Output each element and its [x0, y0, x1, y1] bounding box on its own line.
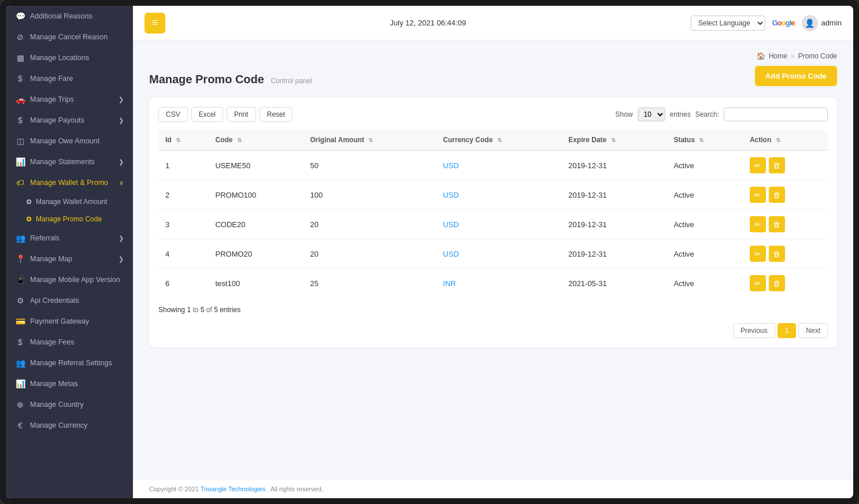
trips-icon: 🚗: [15, 95, 25, 104]
chevron-down-icon: ❯: [119, 117, 124, 124]
excel-button[interactable]: Excel: [191, 107, 223, 122]
metas-icon: 📊: [15, 379, 25, 388]
table-row: 3 CODE20 20 USD 2019-12-31 Active ✏ 🗑: [158, 210, 828, 239]
reset-button[interactable]: Reset: [260, 107, 292, 122]
sidebar-item-label: Manage Fees: [30, 338, 74, 346]
table-row: 2 PROMO100 100 USD 2019-12-31 Active ✏ 🗑: [158, 180, 828, 210]
entries-select[interactable]: 10 25 50: [638, 108, 665, 121]
datetime-display: July 12, 2021 06:44:09: [175, 18, 682, 27]
showing-text: Showing 1 to 5 of 5 entries: [158, 306, 828, 314]
cell-original-amount: 50: [303, 150, 436, 180]
cell-status: Active: [667, 210, 742, 239]
sidebar-item-manage-trips[interactable]: 🚗 Manage Trips ❯: [6, 89, 133, 110]
delete-button[interactable]: 🗑: [769, 187, 785, 203]
delete-button[interactable]: 🗑: [769, 157, 785, 173]
chevron-down-icon: ❯: [119, 96, 124, 103]
print-button[interactable]: Print: [227, 107, 256, 122]
delete-button[interactable]: 🗑: [769, 216, 785, 232]
mobile-icon: 📱: [15, 275, 25, 284]
breadcrumb-current: Promo Code: [798, 52, 837, 60]
sidebar-item-manage-statements[interactable]: 📊 Manage Statements ❯: [6, 151, 133, 172]
sidebar-item-label: Api Credentials: [30, 297, 79, 305]
sidebar-item-additional-reasons[interactable]: 💬 Additional Reasons: [6, 6, 133, 27]
sidebar-item-manage-map[interactable]: 📍 Manage Map ❯: [6, 249, 133, 269]
sidebar-sub-item-label: Manage Promo Code: [36, 215, 102, 223]
cancel-icon: ⊘: [15, 32, 25, 42]
toolbar-right: Show 10 25 50 entries Search:: [616, 108, 828, 121]
sidebar-item-manage-currency[interactable]: € Manage Currency: [6, 415, 133, 436]
cell-currency-code: USD: [436, 239, 561, 269]
edit-button[interactable]: ✏: [750, 216, 766, 232]
previous-button[interactable]: Previous: [733, 323, 775, 338]
owe-icon: ◫: [15, 136, 25, 146]
cell-action: ✏ 🗑: [743, 239, 828, 269]
search-input[interactable]: [724, 108, 828, 121]
table-row: 1 USEME50 50 USD 2019-12-31 Active ✏ 🗑: [158, 150, 828, 180]
cell-action: ✏ 🗑: [743, 150, 828, 180]
breadcrumb-home-link[interactable]: Home: [769, 52, 787, 60]
cell-id: 4: [158, 239, 208, 269]
edit-button[interactable]: ✏: [750, 246, 766, 262]
edit-button[interactable]: ✏: [750, 157, 766, 173]
app-container: 💬 Additional Reasons ⊘ Manage Cancel Rea…: [6, 6, 853, 498]
sidebar-item-manage-metas[interactable]: 📊 Manage Metas: [6, 373, 133, 394]
referral-settings-icon: 👥: [15, 358, 25, 368]
sidebar-item-manage-locations[interactable]: ▦ Manage Locations: [6, 47, 133, 68]
sidebar-item-label: Additional Reasons: [30, 12, 92, 20]
sidebar-item-label: Manage Fare: [30, 75, 73, 83]
page-title-group: Manage Promo Code Control panel: [149, 73, 312, 86]
cell-expire-date: 2021-05-31: [561, 269, 667, 298]
sidebar-item-label: Manage Locations: [30, 54, 89, 62]
sidebar-item-manage-referral-settings[interactable]: 👥 Manage Referral Settings: [6, 353, 133, 373]
menu-icon: ≡: [152, 17, 158, 29]
edit-button[interactable]: ✏: [750, 275, 766, 291]
sidebar-item-label: Payment Gateway: [30, 317, 89, 325]
sidebar-item-manage-fare[interactable]: $ Manage Fare: [6, 68, 133, 89]
sidebar-item-manage-payouts[interactable]: $ Manage Payouts ❯: [6, 110, 133, 131]
sidebar-item-manage-fees[interactable]: $ Manage Fees: [6, 332, 133, 353]
cell-original-amount: 25: [303, 269, 436, 298]
table-row: 4 PROMO20 20 USD 2019-12-31 Active ✏ 🗑: [158, 239, 828, 269]
sidebar-item-manage-wallet-promo[interactable]: 🏷 Manage Wallet & Promo ∨: [6, 172, 133, 193]
sidebar-sub-item-manage-promo-code[interactable]: Manage Promo Code: [6, 210, 133, 228]
map-icon: 📍: [15, 254, 25, 264]
sidebar-item-payment-gateway[interactable]: 💳 Payment Gateway: [6, 311, 133, 332]
sidebar-item-manage-cancel-reason[interactable]: ⊘ Manage Cancel Reason: [6, 27, 133, 47]
chat-icon: 💬: [15, 12, 25, 21]
cell-expire-date: 2019-12-31: [561, 239, 667, 269]
sidebar-item-api-credentials[interactable]: ⚙ Api Credentials: [6, 290, 133, 311]
cell-status: Active: [667, 269, 742, 298]
page-header: Manage Promo Code Control panel 🏠 Home »…: [149, 52, 837, 86]
page-content: Manage Promo Code Control panel 🏠 Home »…: [133, 40, 853, 479]
chevron-down-icon: ❯: [119, 158, 124, 166]
sidebar-item-manage-mobile-app-version[interactable]: 📱 Manage Mobile App Version: [6, 269, 133, 290]
admin-badge[interactable]: 👤 admin: [802, 15, 842, 31]
app-logo[interactable]: ≡: [145, 13, 165, 34]
next-button[interactable]: Next: [798, 323, 828, 338]
col-action: Action ⇅: [743, 130, 828, 150]
sidebar-item-referrals[interactable]: 👥 Referrals ❯: [6, 228, 133, 249]
sidebar-sub-item-manage-wallet-amount[interactable]: Manage Wallet Amount: [6, 193, 133, 210]
csv-button[interactable]: CSV: [158, 107, 188, 122]
footer-company-link[interactable]: Trioangle Technologies: [201, 486, 266, 492]
show-label: Show: [616, 110, 633, 118]
cell-status: Active: [667, 239, 742, 269]
page-1-button[interactable]: 1: [777, 323, 797, 338]
main-content: ≡ July 12, 2021 06:44:09 Select Language…: [133, 6, 853, 498]
delete-button[interactable]: 🗑: [769, 246, 785, 262]
sidebar-item-manage-country[interactable]: ⊕ Manage Country: [6, 394, 133, 415]
add-promo-code-button[interactable]: Add Promo Code: [755, 66, 837, 86]
language-select[interactable]: Select Language: [691, 16, 765, 31]
edit-button[interactable]: ✏: [750, 187, 766, 203]
topbar: ≡ July 12, 2021 06:44:09 Select Language…: [133, 6, 853, 40]
payouts-icon: $: [15, 116, 25, 125]
home-icon: 🏠: [757, 52, 765, 60]
col-currency-code: Currency Code ⇅: [436, 130, 561, 150]
table-container: CSV Excel Print Reset Show 10 25 50: [149, 98, 837, 347]
sidebar-item-manage-owe-amount[interactable]: ◫ Manage Owe Amount: [6, 131, 133, 151]
chevron-down-icon: ∨: [119, 179, 124, 187]
page-subtitle: Control panel: [271, 77, 312, 85]
delete-button[interactable]: 🗑: [769, 275, 785, 291]
cell-currency-code: USD: [436, 150, 561, 180]
sidebar: 💬 Additional Reasons ⊘ Manage Cancel Rea…: [6, 6, 133, 498]
